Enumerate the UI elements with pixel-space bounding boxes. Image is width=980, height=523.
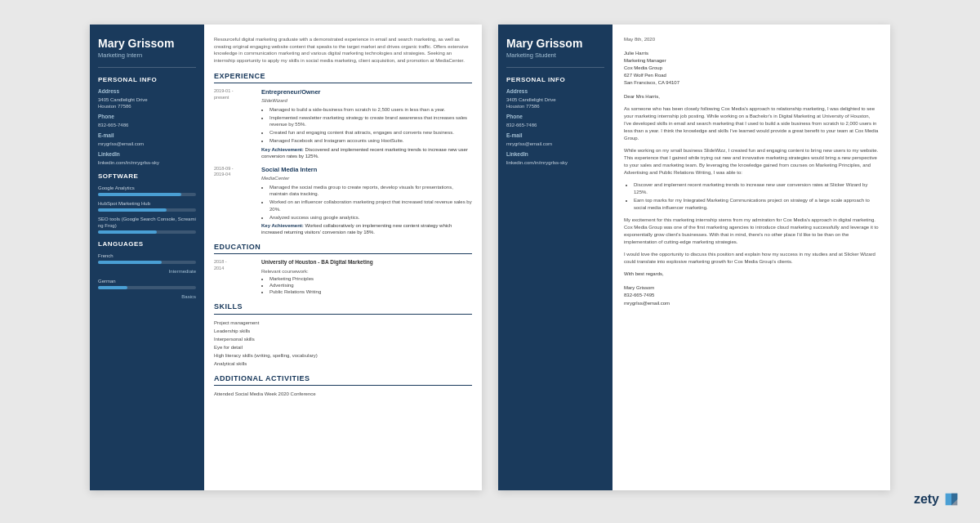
job-1-company: SlideWizard bbox=[261, 97, 472, 104]
course: Public Relations Writing bbox=[270, 288, 472, 295]
cover-bullet: Earn top marks for my Integrated Marketi… bbox=[634, 197, 879, 211]
bullet: Worked on an influencer collaboration ma… bbox=[270, 199, 472, 212]
bullet: Managed to build a side-business from sc… bbox=[270, 106, 472, 113]
job-2-achievement: Key Achievement: Worked collaboratively … bbox=[261, 222, 472, 235]
skill-bar-german-fill bbox=[98, 286, 127, 289]
skill-item: Interpersonal skills bbox=[214, 336, 472, 342]
job-item-2: 2018-09 -2019-04 Social Media Intern Med… bbox=[214, 166, 472, 235]
job-1-role: Entrepreneur/Owner bbox=[261, 88, 472, 96]
resume-languages-heading: Languages bbox=[98, 240, 196, 249]
resume-name: Mary Grissom bbox=[98, 38, 196, 50]
zety-text: zety bbox=[914, 492, 939, 507]
job-item-1: 2019-01 -present Entrepreneur/Owner Slid… bbox=[214, 88, 472, 159]
resume-main: Resourceful digital marketing graduate w… bbox=[204, 25, 482, 490]
cover-name: Mary Grissom bbox=[506, 38, 604, 50]
skills-list: Project management Leadership skills Int… bbox=[214, 320, 472, 368]
skill-item: Leadership skills bbox=[214, 328, 472, 334]
resume-email-label: E-mail bbox=[98, 132, 196, 140]
resume-skills-heading: Skills bbox=[214, 302, 472, 314]
cover-closing: With best regards, bbox=[624, 270, 879, 278]
skill-item: High literacy skills (writing, spelling,… bbox=[214, 352, 472, 359]
edu-courses: Marketing Principles Advertising Public … bbox=[261, 275, 472, 295]
skill-item: Analytical skills bbox=[214, 360, 472, 367]
resume-phone-value: 832-665-7486 bbox=[98, 122, 196, 128]
cover-phone-label: Phone bbox=[506, 114, 604, 121]
cover-para-1: As someone who has been closely followin… bbox=[624, 105, 879, 142]
skill-bar-seo-fill bbox=[98, 230, 157, 234]
job-1-date: 2019-01 -present bbox=[214, 88, 255, 159]
cover-para-4: I would love the opportunity to discuss … bbox=[624, 251, 879, 266]
job-2-details: Social Media Intern MediaCenter Managed … bbox=[261, 166, 472, 235]
course: Advertising bbox=[270, 282, 472, 288]
lang-german-name: German bbox=[98, 278, 196, 284]
cover-sidebar: Mary Grissom Marketing Student Personal … bbox=[498, 25, 612, 490]
cover-bullet: Discover and implement recent marketing … bbox=[634, 181, 879, 195]
cover-recipient: Julie HarrisMarketing ManagerCox Media G… bbox=[624, 50, 879, 87]
cover-personal-info-heading: Personal Info bbox=[506, 76, 604, 85]
resume-software-heading: Software bbox=[98, 172, 196, 181]
additional-text: Attended Social Media Week 2020 Conferen… bbox=[214, 391, 472, 397]
cover-address-label: Address bbox=[506, 88, 604, 96]
resume-education-heading: Education bbox=[214, 242, 472, 254]
resume-experience-heading: Experience bbox=[214, 71, 472, 83]
skill-bar-google-fill bbox=[98, 193, 181, 196]
resume-title: Marketing Intern bbox=[98, 51, 196, 67]
cover-email-label: E-mail bbox=[506, 132, 604, 140]
resume-linkedin-label: LinkedIn bbox=[98, 151, 196, 159]
cover-para-2: While working on my small business Slide… bbox=[624, 147, 879, 177]
resume-email-value: mrygrlss@email.com bbox=[98, 141, 196, 147]
zety-logo: zety bbox=[914, 490, 960, 508]
resume-intro: Resourceful digital marketing graduate w… bbox=[214, 36, 472, 65]
resume-card: Mary Grissom Marketing Intern Personal I… bbox=[90, 25, 482, 490]
cover-bullets: Discover and implement recent marketing … bbox=[624, 181, 879, 212]
skill-bar-hubspot bbox=[98, 208, 196, 212]
svg-marker-1 bbox=[951, 494, 957, 506]
edu-item-1: 2018 -2014 University of Houston - BA Di… bbox=[214, 259, 472, 295]
bullet: Implemented newsletter marketing strateg… bbox=[270, 114, 472, 128]
resume-sidebar: Mary Grissom Marketing Intern Personal I… bbox=[90, 25, 204, 490]
lang-german-level: Basics bbox=[98, 293, 196, 300]
resume-linkedin-value: linkedin.com/in/mrygrlss-sky bbox=[98, 159, 196, 166]
skill-bar-google bbox=[98, 193, 196, 196]
skill-bar-german bbox=[98, 286, 196, 289]
skill-seo: SEO tools (Google Search Console, Scream… bbox=[98, 216, 196, 229]
skill-google-analytics: Google Analytics bbox=[98, 185, 196, 191]
edu-details: University of Houston - BA Digital Marke… bbox=[261, 259, 472, 295]
bullet: Managed Facebook and Instagram accounts … bbox=[270, 137, 472, 144]
job-1-bullets: Managed to build a side-business from sc… bbox=[261, 106, 472, 144]
lang-french-name: French bbox=[98, 253, 196, 259]
edu-degree: University of Houston - BA Digital Marke… bbox=[261, 259, 472, 266]
resume-address-label: Address bbox=[98, 88, 196, 96]
resume-phone-label: Phone bbox=[98, 114, 196, 121]
zety-icon bbox=[942, 490, 960, 508]
document-wrapper: Mary Grissom Marketing Intern Personal I… bbox=[0, 0, 980, 523]
cover-main: May 8th, 2020 Julie HarrisMarketing Mana… bbox=[612, 25, 890, 490]
course: Marketing Principles bbox=[270, 275, 472, 282]
job-2-role: Social Media Intern bbox=[261, 166, 472, 174]
cover-greeting: Dear Mrs Harris, bbox=[624, 93, 879, 101]
job-1-details: Entrepreneur/Owner SlideWizard Managed t… bbox=[261, 88, 472, 159]
cover-linkedin-value: linkedin.com/in/mrygrlss-sky bbox=[506, 159, 604, 166]
cover-signature: Mary Grissom832-665-7495mrygrlss@email.c… bbox=[624, 284, 879, 308]
job-2-bullets: Managed the social media group to create… bbox=[261, 184, 472, 221]
cover-email-value: mrygrlss@email.com bbox=[506, 141, 604, 147]
job-1-achievement: Key Achievement: Discovered and implemen… bbox=[261, 146, 472, 159]
edu-relevant: Relevant coursework: bbox=[261, 268, 472, 275]
skill-item: Eye for detail bbox=[214, 344, 472, 351]
bullet: Analyzed success using google analytics. bbox=[270, 214, 472, 221]
skill-hubspot: HubSpot Marketing Hub bbox=[98, 200, 196, 207]
skill-bar-seo bbox=[98, 230, 196, 234]
cover-para-3: My excitement for this marketing interns… bbox=[624, 217, 879, 246]
cover-date: May 8th, 2020 bbox=[624, 36, 879, 43]
skill-bar-french-fill bbox=[98, 261, 162, 264]
job-2-company: MediaCenter bbox=[261, 175, 472, 181]
lang-french-level: Intermediate bbox=[98, 268, 196, 275]
resume-additional-heading: Additional Activities bbox=[214, 373, 472, 386]
skill-item: Project management bbox=[214, 320, 472, 326]
resume-personal-info-heading: Personal Info bbox=[98, 76, 196, 85]
skill-bar-hubspot-fill bbox=[98, 208, 167, 212]
cover-linkedin-label: LinkedIn bbox=[506, 151, 604, 159]
cover-address-value: 3405 Candlelight DriveHouston 77586 bbox=[506, 96, 604, 110]
bullet: Managed the social media group to create… bbox=[270, 184, 472, 198]
skill-bar-french bbox=[98, 261, 196, 264]
